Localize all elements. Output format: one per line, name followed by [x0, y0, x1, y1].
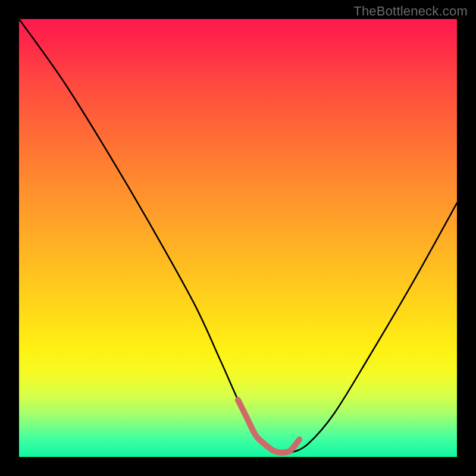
optimal-band-path	[238, 400, 299, 452]
watermark-text: TheBottleneck.com	[353, 4, 468, 19]
plot-area	[19, 19, 457, 457]
bottleneck-curve-path	[19, 19, 457, 453]
chart-frame: TheBottleneck.com	[0, 0, 476, 476]
curve-svg	[19, 19, 457, 457]
